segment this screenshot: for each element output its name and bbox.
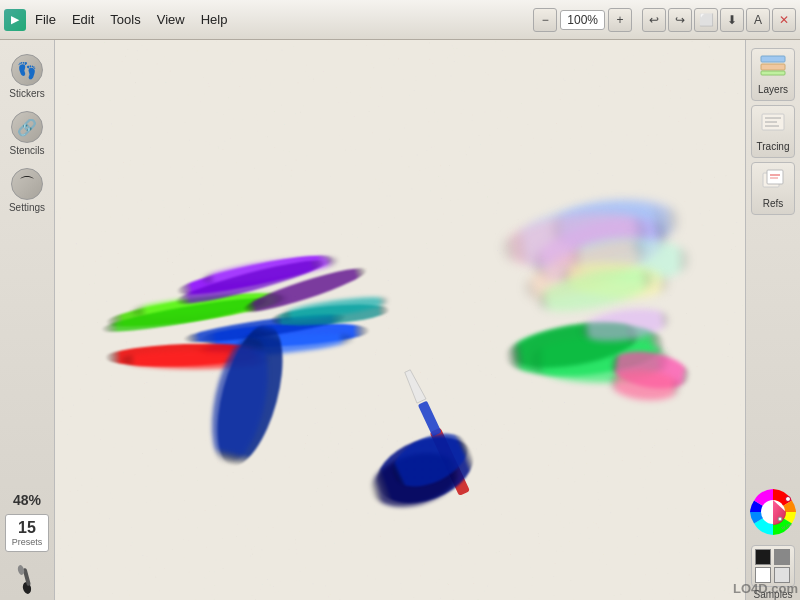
close-button[interactable]: ✕ <box>772 8 796 32</box>
menu-edit[interactable]: Edit <box>65 9 101 30</box>
left-sidebar: 👣 Stickers 🔗 Stencils ⌒ Settings 48% 15 … <box>0 40 55 600</box>
app-icon: ▶ <box>4 9 26 31</box>
tracing-icon <box>759 111 787 138</box>
import-button[interactable]: ⬇ <box>720 8 744 32</box>
svg-point-16 <box>778 517 782 521</box>
refs-panel-button[interactable]: Refs <box>751 162 795 215</box>
samples-section: Samples <box>751 545 795 600</box>
stencils-label: Stencils <box>9 145 44 156</box>
svg-rect-3 <box>761 56 785 62</box>
crop-button[interactable]: ⬜ <box>694 8 718 32</box>
stickers-label: Stickers <box>9 88 45 99</box>
layers-icon <box>759 54 787 81</box>
sample-cell-3[interactable] <box>755 567 771 583</box>
layers-panel-button[interactable]: Layers <box>751 48 795 101</box>
samples-grid[interactable] <box>751 545 795 587</box>
canvas-area[interactable] <box>55 40 745 600</box>
zoom-in-button[interactable]: + <box>608 8 632 32</box>
right-sidebar: Layers Tracing R <box>745 40 800 600</box>
svg-rect-11 <box>767 170 783 184</box>
main-layout: 👣 Stickers 🔗 Stencils ⌒ Settings 48% 15 … <box>0 40 800 600</box>
undo-button[interactable]: ↩ <box>642 8 666 32</box>
text-button[interactable]: A <box>746 8 770 32</box>
brush-preview <box>5 556 49 600</box>
presets-box[interactable]: 15 Presets <box>5 514 49 552</box>
sample-cell-4[interactable] <box>774 567 790 583</box>
brush-percent: 48% <box>13 492 41 508</box>
refs-label: Refs <box>763 198 784 209</box>
stickers-tool[interactable]: 👣 Stickers <box>5 50 49 103</box>
layers-label: Layers <box>758 84 788 95</box>
sample-cell-2[interactable] <box>774 549 790 565</box>
presets-count: 15 <box>18 519 36 537</box>
settings-icon: ⌒ <box>11 168 43 200</box>
color-wheel[interactable]: W 0% <box>748 487 798 537</box>
zoom-out-button[interactable]: − <box>533 8 557 32</box>
svg-rect-4 <box>761 64 785 70</box>
presets-label: Presets <box>12 537 43 547</box>
settings-tool[interactable]: ⌒ Settings <box>5 164 49 217</box>
menu-help[interactable]: Help <box>194 9 235 30</box>
menubar: ▶ File Edit Tools View Help − 100% + ↩ ↪… <box>0 0 800 40</box>
stencils-tool[interactable]: 🔗 Stencils <box>5 107 49 160</box>
svg-point-15 <box>786 497 791 502</box>
zoom-controls: − 100% + <box>533 8 632 32</box>
menu-tools[interactable]: Tools <box>103 9 147 30</box>
refs-icon <box>759 168 787 195</box>
tracing-panel-button[interactable]: Tracing <box>751 105 795 158</box>
stencils-icon: 🔗 <box>11 111 43 143</box>
svg-rect-5 <box>761 71 785 75</box>
settings-label: Settings <box>9 202 45 213</box>
tracing-label: Tracing <box>757 141 790 152</box>
painting-canvas[interactable] <box>55 40 745 600</box>
samples-label: Samples <box>754 589 793 600</box>
sample-cell-1[interactable] <box>755 549 771 565</box>
menu-file[interactable]: File <box>28 9 63 30</box>
zoom-level: 100% <box>560 10 605 30</box>
redo-button[interactable]: ↪ <box>668 8 692 32</box>
stickers-icon: 👣 <box>11 54 43 86</box>
menu-view[interactable]: View <box>150 9 192 30</box>
